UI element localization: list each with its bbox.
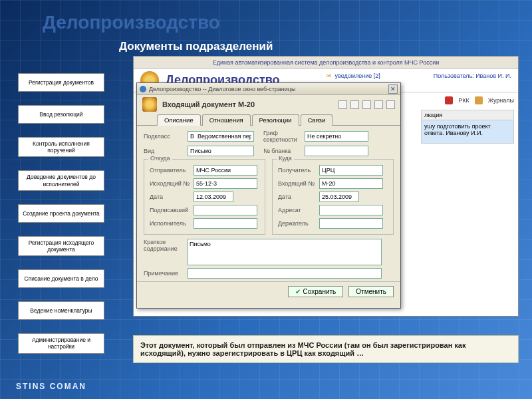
page-title: Делопроизводство <box>43 12 220 33</box>
recipient-input[interactable] <box>319 165 383 176</box>
tab-description[interactable]: Описание <box>157 114 201 126</box>
executor-input[interactable] <box>194 218 257 229</box>
cancel-button[interactable]: Отменить <box>348 286 394 297</box>
dialog-header: Входящий документ M-20 <box>137 95 400 114</box>
user-block: Пользователь: Иванов И. И. <box>434 72 511 79</box>
nav-enter-resolutions[interactable]: Ввод резолюций <box>18 105 104 124</box>
slide-caption: Этот документ, который был отправлен из … <box>133 335 519 363</box>
doc-emblem-icon <box>142 97 157 112</box>
top-tabs: РКК Журналы <box>445 96 514 104</box>
tab-resolutions[interactable]: Резолюции <box>252 114 299 126</box>
resolution-text: ушу подготовить проект ответа. Иванову И… <box>422 120 513 143</box>
nav-register-docs[interactable]: Регистрация документов <box>18 73 104 92</box>
document-dialog: Делопроизводство -- Диалоговое окно веб-… <box>136 82 401 309</box>
tab-rkk[interactable]: РКК <box>458 97 469 104</box>
indate-input[interactable] <box>319 192 359 202</box>
tab-relations[interactable]: Отношения <box>202 114 251 126</box>
summary-input[interactable] <box>188 239 382 265</box>
doc-title: Входящий документ M-20 <box>162 100 255 108</box>
nav-admin-settings[interactable]: Администрирование и настройки <box>18 333 104 353</box>
dialog-titlebar: Делопроизводство -- Диалоговое окно веб-… <box>137 83 400 95</box>
copy-icon[interactable] <box>362 100 371 109</box>
dialog-tabs: Описание Отношения Резолюции Связи <box>137 114 400 126</box>
subclass-label: Подкласс <box>144 133 188 140</box>
secrecy-label: Гриф секретности <box>263 130 305 143</box>
user-name: Иванов И. И. <box>475 72 511 79</box>
executor-label: Исполнитель <box>150 220 194 227</box>
dialog-body: Подкласс Гриф секретности Вид № бланка О… <box>137 126 400 281</box>
nav-create-draft[interactable]: Создание проекта документа <box>18 204 104 223</box>
innum-input[interactable] <box>319 178 383 189</box>
notification-count: [2] <box>374 72 380 79</box>
resolution-head: люция <box>422 110 513 120</box>
app-header: Единая автоматизированная система делопр… <box>134 57 518 68</box>
nav-deliver-to-executors[interactable]: Доведение документов до исполнителей <box>18 170 104 190</box>
envelope-icon: ✉ <box>327 72 332 79</box>
blank-label: № бланка <box>263 148 305 154</box>
nav-control-execution[interactable]: Контроль исполнения поручений <box>18 137 104 157</box>
sender-input[interactable] <box>194 165 257 176</box>
resolution-box: люция ушу подготовить проект ответа. Ива… <box>421 110 514 144</box>
print-icon[interactable] <box>386 100 395 109</box>
from-group: Откуда Отправитель Исходящий № Дата Подп… <box>144 159 265 235</box>
globe-icon <box>140 86 146 92</box>
secrecy-input[interactable] <box>305 131 368 142</box>
user-label: Пользователь: <box>434 72 474 79</box>
journals-icon <box>475 96 483 104</box>
folder-icon[interactable] <box>350 100 359 109</box>
from-group-label: Откуда <box>148 155 172 162</box>
type-input[interactable] <box>188 146 254 156</box>
addressee-label: Адресат <box>278 207 319 213</box>
signer-input[interactable] <box>194 205 257 215</box>
page-subtitle: Документы подразделений <box>119 40 273 53</box>
tab-links[interactable]: Связи <box>301 114 333 126</box>
left-nav: Регистрация документов Ввод резолюций Ко… <box>18 73 104 367</box>
innum-label: Входящий № <box>278 180 319 187</box>
cancel-button-label: Отменить <box>356 288 386 295</box>
dialog-footer: ✔Сохранить Отменить <box>137 281 400 301</box>
nav-file-document[interactable]: Списание документа в дело <box>18 269 104 288</box>
recipient-label: Получатель <box>278 167 319 174</box>
save-button[interactable]: ✔Сохранить <box>288 286 344 297</box>
outdate-input[interactable] <box>194 192 233 202</box>
subclass-input[interactable] <box>188 131 254 142</box>
toolbar-icons <box>338 100 395 109</box>
note-input[interactable] <box>188 268 382 279</box>
signer-label: Подписавший <box>150 207 194 213</box>
rkk-icon <box>445 96 453 104</box>
to-group: Куда Получатель Входящий № Дата Адресат … <box>272 159 394 235</box>
blank-input[interactable] <box>305 146 368 156</box>
delete-icon[interactable] <box>374 100 383 109</box>
save-button-label: Сохранить <box>303 288 336 295</box>
nav-register-outgoing[interactable]: Регистрация исходящего документа <box>18 236 104 256</box>
note-label: Примечание <box>144 270 188 277</box>
sender-label: Отправитель <box>150 167 194 174</box>
to-group-label: Куда <box>277 155 294 162</box>
notification-link[interactable]: ✉ уведомление [2] <box>327 72 380 79</box>
close-icon[interactable]: ✕ <box>388 84 398 94</box>
notification-label: уведомление <box>335 72 372 79</box>
vendor-logo: STINS COMAN <box>16 382 86 391</box>
save-icon: ✔ <box>295 288 301 295</box>
nav-nomenclature[interactable]: Ведение номенклатуры <box>18 301 104 320</box>
type-label: Вид <box>144 148 188 154</box>
outnum-input[interactable] <box>194 178 257 189</box>
outdate-label: Дата <box>150 194 194 200</box>
refresh-icon[interactable] <box>338 100 347 109</box>
dialog-title-text: Делопроизводство -- Диалоговое окно веб-… <box>149 86 295 92</box>
tab-journals[interactable]: Журналы <box>488 97 514 104</box>
indate-label: Дата <box>278 194 319 200</box>
holder-label: Держатель <box>278 220 319 227</box>
addressee-input[interactable] <box>319 205 383 215</box>
outnum-label: Исходящий № <box>150 180 194 187</box>
holder-input[interactable] <box>319 218 383 229</box>
summary-label: Краткое содержание <box>144 239 188 252</box>
